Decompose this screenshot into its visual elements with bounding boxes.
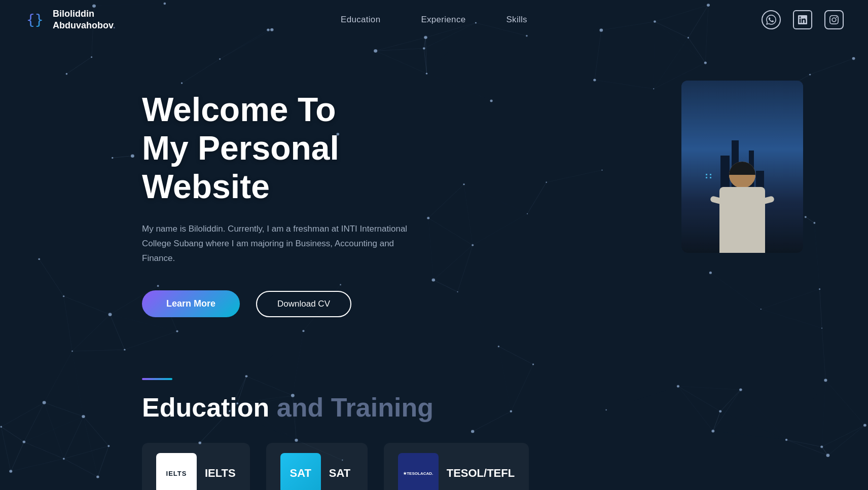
site-name: Biloliddin Abduvahobov. xyxy=(53,8,116,32)
section-underline xyxy=(142,378,172,380)
social-icons xyxy=(762,10,844,29)
hero-title: Welcome To My Personal Website xyxy=(142,91,466,206)
nav-link-experience[interactable]: Experience xyxy=(421,15,465,25)
education-section: Education and Training IELTS IELTS SAT S… xyxy=(0,358,868,490)
hero-content: Welcome To My Personal Website My name i… xyxy=(142,70,466,317)
whatsapp-icon[interactable] xyxy=(762,10,781,29)
nav-link-education[interactable]: Education xyxy=(341,15,380,25)
nav-brand: {} Biloliddin Abduvahobov. xyxy=(24,8,116,32)
linkedin-icon[interactable] xyxy=(793,10,812,29)
ielts-label: IELTS xyxy=(205,467,236,480)
main-nav: {} Biloliddin Abduvahobov. Education Exp… xyxy=(0,0,868,40)
sat-card: SAT SAT xyxy=(266,443,368,490)
ielts-logo: IELTS xyxy=(156,453,197,490)
tesol-logo: ★ TESOL ACAD. xyxy=(398,453,439,490)
instagram-icon[interactable] xyxy=(824,10,844,29)
tesol-label: TESOL/TEFL xyxy=(447,467,515,480)
download-cv-button[interactable]: Download CV xyxy=(256,291,351,317)
hero-description: My name is Biloliddin. Currently, I am a… xyxy=(142,222,426,266)
hero-buttons: Learn More Download CV xyxy=(142,290,466,317)
education-title: Education and Training xyxy=(142,392,844,423)
svg-text:{}: {} xyxy=(26,12,44,28)
sat-label: SAT xyxy=(329,467,350,480)
ielts-card: IELTS IELTS xyxy=(142,443,250,490)
hero-section: Welcome To My Personal Website My name i… xyxy=(0,40,868,358)
education-cards: IELTS IELTS SAT SAT ★ TESOL ACAD. TESOL/… xyxy=(142,443,844,490)
hero-image xyxy=(681,81,803,253)
learn-more-button[interactable]: Learn More xyxy=(142,290,240,317)
logo-icon: {} xyxy=(24,9,47,31)
tesol-card: ★ TESOL ACAD. TESOL/TEFL xyxy=(384,443,529,490)
nav-links: Education Experience Skills xyxy=(341,15,527,25)
sat-logo: SAT xyxy=(280,453,321,490)
nav-link-skills[interactable]: Skills xyxy=(506,15,527,25)
